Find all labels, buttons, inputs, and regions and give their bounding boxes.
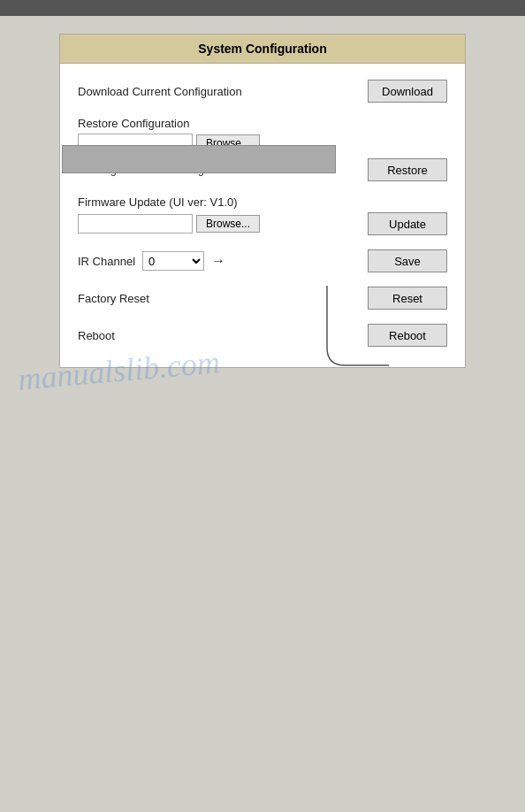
download-row: Download Current Configuration Download (78, 73, 447, 110)
firmware-row: Browse... Update (78, 212, 447, 235)
ir-channel-label: IR Channel (78, 255, 135, 268)
arrow-icon: → (211, 253, 225, 269)
reboot-action: Reboot (368, 324, 447, 347)
panel-title: System Configuration (60, 34, 465, 64)
firmware-browse-row: Browse... (78, 214, 260, 234)
reset-button[interactable]: Reset (368, 287, 447, 310)
ir-channel-section: IR Channel 0 1 2 3 4 → Save (78, 242, 447, 280)
factory-reset-action: Reset (368, 287, 447, 310)
restore-button[interactable]: Restore (368, 158, 447, 181)
panel-body: Download Current Configuration Download … (60, 64, 465, 367)
reboot-label: Reboot (78, 329, 368, 342)
reboot-button[interactable]: Reboot (368, 324, 447, 347)
top-bar (0, 0, 525, 16)
save-action: Save (368, 249, 447, 272)
factory-reset-section: Factory Reset Reset (78, 280, 447, 317)
firmware-file-input[interactable] (78, 214, 193, 234)
update-button[interactable]: Update (368, 212, 447, 235)
restore-action: Restore (368, 158, 447, 181)
download-button[interactable]: Download (368, 80, 447, 103)
reboot-section: Reboot Reboot (78, 317, 447, 354)
main-content: System Configuration Download Current Co… (0, 16, 525, 386)
firmware-action: Update (368, 212, 447, 235)
bottom-progress-bar (62, 145, 336, 173)
ir-channel-left: IR Channel 0 1 2 3 4 → (78, 251, 225, 271)
firmware-section: Firmware Update (UI ver: V1.0) Browse...… (78, 188, 447, 242)
firmware-browse-button[interactable]: Browse... (196, 215, 260, 233)
download-action: Download (368, 80, 447, 103)
restore-label: Restore Configuration (78, 117, 447, 130)
download-label: Download Current Configuration (78, 85, 368, 98)
ir-channel-select[interactable]: 0 1 2 3 4 (142, 251, 204, 271)
system-config-panel: System Configuration Download Current Co… (59, 34, 466, 368)
firmware-label: Firmware Update (UI ver: V1.0) (78, 195, 447, 209)
save-button[interactable]: Save (368, 249, 447, 272)
factory-reset-label: Factory Reset (78, 292, 368, 305)
